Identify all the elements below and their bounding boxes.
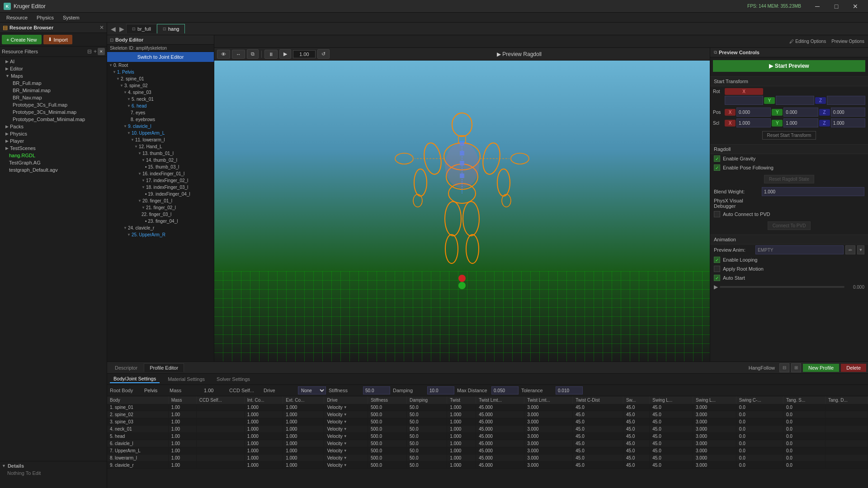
table-cell[interactable]: 1.000 [244,426,283,433]
table-cell[interactable]: 45.0 [573,404,623,411]
bone-finger04-l[interactable]: • 23. finger_04_l [107,218,214,225]
table-cell[interactable]: 45.0 [650,433,693,440]
tree-item-testscenes[interactable]: ▶ TestScenes [0,145,107,152]
minimize-button[interactable]: ─ [808,0,826,13]
drive-cell[interactable]: Velocity ▼ [327,441,365,446]
pos-y-input[interactable] [783,108,818,117]
tab-nav-left[interactable]: ◀ [109,24,118,33]
bone-index01-l[interactable]: ▼ 16. indexFinger_01_l [107,170,214,177]
table-cell[interactable]: 500.0 [368,433,406,440]
auto-start-checkbox[interactable]: ✓ [714,275,720,281]
tree-item-hang-rgdl[interactable]: hang.RGDL [0,152,107,159]
table-cell[interactable]: 1.000 [283,455,324,462]
table-cell[interactable]: 3.000 [693,404,736,411]
table-cell[interactable] [825,404,868,411]
bone-index04-l[interactable]: • 19. indexFinger_04_l [107,191,214,197]
bone-eyes[interactable]: 7. eyes [107,109,214,116]
viewport-mode-btn[interactable]: ⧉ [247,49,259,59]
drive-cell[interactable]: Velocity ▼ [327,463,365,468]
table-cell[interactable]: 3.000 [693,418,736,426]
timeline-play-button[interactable]: ▶ [714,284,718,290]
table-cell[interactable]: 0.0 [783,440,825,447]
menu-system[interactable]: System [58,14,84,21]
table-cell[interactable]: 45.000 [476,462,524,469]
table-cell[interactable]: 3.000 [524,440,573,447]
tree-item-physics[interactable]: ▶ Physics [0,130,107,137]
table-cell[interactable]: 3.000 [524,404,573,411]
viewport-move-btn[interactable]: ↔ [232,50,245,59]
table-cell[interactable]: 3.000 [693,433,736,440]
table-cell[interactable]: 3.000 [524,433,573,440]
drive-arrow[interactable]: ▼ [344,456,347,460]
table-cell[interactable]: 3.000 [524,462,573,469]
table-cell[interactable]: 45.0 [650,418,693,426]
table-row[interactable]: 6. clavicle_l1.001.0001.000 Velocity ▼ 5… [107,440,868,447]
table-cell[interactable]: 0.0 [736,411,783,418]
table-cell[interactable]: 45.000 [476,440,524,447]
table-row[interactable]: 4. neck_011.001.0001.000 Velocity ▼ 500.… [107,426,868,433]
enable-gravity-checkbox[interactable]: ✓ [714,155,720,162]
bone-lowerarm-l[interactable]: ▼ 11. lowerarm_l [107,136,214,143]
tree-item-br-minimal[interactable]: BR_Minimal.map [4,87,107,94]
table-cell[interactable]: 45.0 [623,418,649,426]
table-cell[interactable]: 0.0 [736,404,783,411]
table-cell[interactable]: 3.000 [693,462,736,469]
table-cell[interactable]: 3. spine_03 [107,418,168,426]
table-cell[interactable]: 4. neck_01 [107,426,168,433]
table-cell[interactable]: 45.000 [476,447,524,455]
table-cell[interactable]: 45.0 [650,455,693,462]
bone-finger01-l[interactable]: ▼ 20. finger_01_l [107,197,214,204]
table-cell[interactable]: 45.0 [623,440,649,447]
table-cell[interactable]: 0.0 [783,426,825,433]
table-cell[interactable]: 1.00 [168,411,196,418]
bone-eyebrows[interactable]: 8. eyebrows [107,116,214,123]
bone-finger02-l[interactable]: ▼ 21. finger_02_l [107,204,214,211]
drive-cell[interactable]: Velocity ▼ [327,412,365,417]
table-cell[interactable]: 500.0 [368,447,406,455]
table-cell[interactable] [196,447,244,455]
bone-thumb03-l[interactable]: • 15. thumb_03_l [107,164,214,170]
anim-edit-button[interactable]: ✏ [845,245,855,254]
table-row[interactable]: 8. lowerarm_l1.001.0001.000 Velocity ▼ 5… [107,455,868,462]
drive-arrow[interactable]: ▼ [344,463,347,467]
table-cell[interactable]: 1.00 [168,404,196,411]
bone-clavicle-r[interactable]: ▼ 24. clavicle_r [107,225,214,231]
table-cell[interactable] [825,418,868,426]
table-cell[interactable]: 45.0 [573,433,623,440]
rot-z-input[interactable]: 0.000 [827,96,865,105]
enable-pose-following-checkbox[interactable]: ✓ [714,164,720,171]
table-cell[interactable]: 45.0 [623,455,649,462]
table-cell[interactable]: 1.000 [447,447,476,455]
table-cell[interactable]: 1.000 [447,426,476,433]
table-cell[interactable]: 1.00 [168,433,196,440]
tree-item-proto-combat[interactable]: Prototype_Combat_Minimal.map [4,116,107,123]
table-cell[interactable] [825,447,868,455]
table-cell[interactable]: 1.000 [283,418,324,426]
bone-pelvis[interactable]: ▼ 1. Pelvis [107,69,214,75]
table-cell[interactable] [196,440,244,447]
table-cell[interactable]: 45.000 [476,426,524,433]
pos-x-input[interactable] [736,108,771,117]
tree-item-br-nav[interactable]: BR_Nav.map [4,94,107,101]
table-cell[interactable]: 500.0 [368,462,406,469]
table-cell[interactable] [196,404,244,411]
table-cell[interactable]: 1.000 [447,462,476,469]
table-cell[interactable]: 45.0 [623,447,649,455]
auto-connect-checkbox[interactable]: ✓ [714,211,720,217]
add-filter-icon[interactable]: + [94,48,97,55]
table-cell[interactable]: 0.0 [736,447,783,455]
table-cell[interactable]: 3.000 [693,411,736,418]
table-cell[interactable]: 45.0 [573,440,623,447]
reset-ragdoll-button[interactable]: Reset Ragdoll State [764,175,814,183]
tab-profile-editor[interactable]: Profile Editor [144,363,184,372]
tree-item-testgraph-ag[interactable]: TestGraph.AG [0,159,107,166]
table-cell[interactable]: 45.0 [573,418,623,426]
tolerance-input[interactable] [556,386,583,394]
table-cell[interactable]: 1.00 [168,462,196,469]
tab-br-full[interactable]: ⊡ br_full [126,24,157,33]
table-cell[interactable]: 1.000 [283,411,324,418]
preview-anim-dropdown[interactable]: EMPTY [755,245,844,254]
close-button[interactable]: ✕ [846,0,864,13]
bone-index02-l[interactable]: ▼ 17. indexFinger_02_l [107,177,214,184]
table-cell[interactable]: 0.0 [736,440,783,447]
